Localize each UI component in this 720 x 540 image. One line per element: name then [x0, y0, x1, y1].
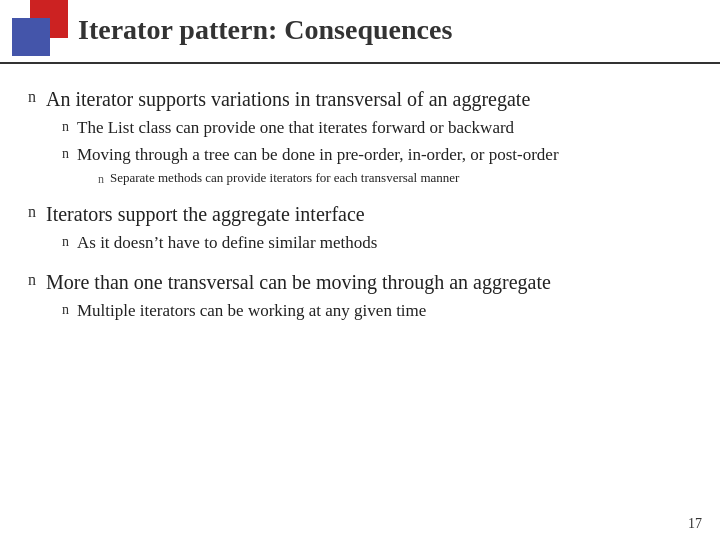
bullet-2-text: Iterators support the aggregate interfac…	[46, 201, 365, 228]
bullet-1-children: n The List class can provide one that it…	[62, 117, 700, 187]
bullet-2-1-text: As it doesn’t have to define similar met…	[77, 232, 377, 255]
slide: Iterator pattern: Consequences n An iter…	[0, 0, 720, 540]
bullet-1-marker: n	[28, 88, 36, 106]
bullet-1-1: n The List class can provide one that it…	[62, 117, 700, 140]
bullet-2-1-marker: n	[62, 234, 69, 250]
bullet-1-2-text: Moving through a tree can be done in pre…	[77, 144, 559, 167]
bullet-1-2-1-text: Separate methods can provide iterators f…	[110, 170, 459, 187]
square-blue	[12, 18, 50, 56]
bullet-1-2-children: n Separate methods can provide iterators…	[98, 170, 700, 187]
bullet-1-2-marker: n	[62, 146, 69, 162]
bullet-3-1-text: Multiple iterators can be working at any…	[77, 300, 426, 323]
bullet-2-1: n As it doesn’t have to define similar m…	[62, 232, 700, 255]
corner-decoration	[0, 0, 70, 70]
bullet-3-1: n Multiple iterators can be working at a…	[62, 300, 700, 323]
page-number: 17	[688, 516, 702, 532]
bullet-2: n Iterators support the aggregate interf…	[28, 201, 700, 228]
bullet-1: n An iterator supports variations in tra…	[28, 86, 700, 113]
title-underline	[0, 62, 720, 64]
bullet-1-2: n Moving through a tree can be done in p…	[62, 144, 700, 167]
bullet-1-1-marker: n	[62, 119, 69, 135]
bullet-3-marker: n	[28, 271, 36, 289]
bullet-3-text: More than one transversal can be moving …	[46, 269, 551, 296]
bullet-3-1-marker: n	[62, 302, 69, 318]
slide-content: n An iterator supports variations in tra…	[28, 72, 700, 510]
bullet-2-marker: n	[28, 203, 36, 221]
bullet-3-children: n Multiple iterators can be working at a…	[62, 300, 700, 323]
bullet-3: n More than one transversal can be movin…	[28, 269, 700, 296]
bullet-1-text: An iterator supports variations in trans…	[46, 86, 530, 113]
bullet-1-2-1-marker: n	[98, 172, 104, 187]
bullet-1-2-1: n Separate methods can provide iterators…	[98, 170, 700, 187]
slide-title: Iterator pattern: Consequences	[78, 14, 700, 46]
bullet-2-children: n As it doesn’t have to define similar m…	[62, 232, 700, 255]
bullet-1-1-text: The List class can provide one that iter…	[77, 117, 514, 140]
